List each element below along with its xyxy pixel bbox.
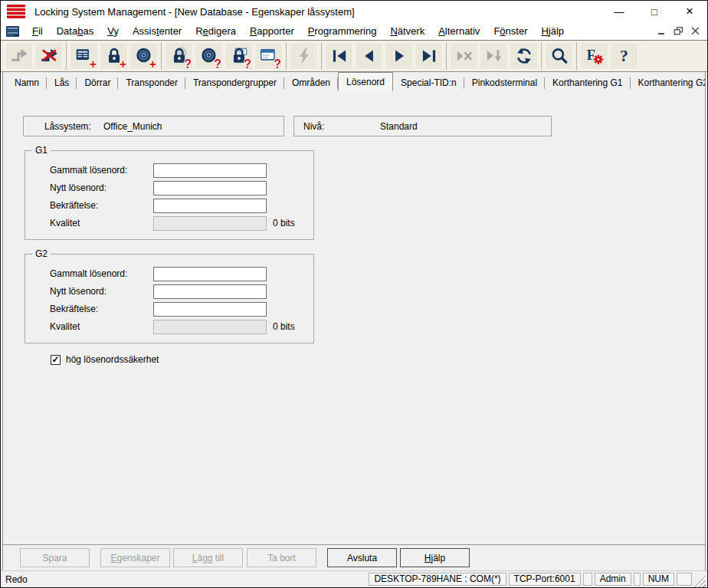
tab-l-s[interactable]: Lås (47, 75, 77, 91)
password-groups: G1Gammalt lösenord:Nytt lösenord:Bekräft… (3, 150, 705, 343)
menu-items: FilDatabasVyAssistenterRedigeraRapporter… (25, 25, 571, 37)
resize-grip[interactable] (694, 576, 706, 587)
disconnect-button[interactable] (34, 42, 63, 70)
tab-omr-den[interactable]: Områden (284, 75, 338, 91)
read-lock-card-badge: ? (244, 57, 251, 71)
tab-korthantering-g1[interactable]: Korthantering G1 (545, 75, 630, 91)
g1-old-password-row: Gammalt lösenord: (50, 163, 313, 178)
nav-first-icon (329, 46, 349, 66)
tab-l-senord[interactable]: Lösenord (338, 72, 393, 91)
app-window: Locking System Management - [New Databas… (0, 0, 708, 588)
menu-fil[interactable]: Fil (25, 25, 50, 37)
toolbar: +++????F? (1, 41, 707, 72)
new-locking-system-button[interactable]: + (70, 42, 98, 70)
disconnect-icon (39, 46, 59, 66)
toolbar-separator (286, 42, 287, 70)
read-window-button[interactable]: ? (254, 42, 283, 70)
menu-alternativ[interactable]: Alternativ (431, 25, 487, 37)
tab-korthantering-g2[interactable]: Korthantering G2 (631, 75, 706, 91)
status-panel-desktop-789hane-com: DESKTOP-789HANE : COM(*) (369, 573, 506, 586)
g2-confirmation-input[interactable] (153, 302, 267, 317)
menu-redigera[interactable]: Redigera (188, 25, 243, 37)
maximize-button[interactable]: □ (637, 1, 672, 22)
add-transponder-badge: + (149, 57, 156, 71)
lock-system-value: Office_Munich (103, 121, 162, 132)
g2-confirmation-row: Bekräftelse: (50, 301, 313, 317)
tab-d-rrar[interactable]: Dörrar (77, 75, 118, 91)
tab-special-tid-n[interactable]: Special-TID:n (393, 75, 464, 91)
read-lock-card-button[interactable]: ? (225, 42, 253, 70)
add-lock-button[interactable]: + (100, 42, 128, 70)
g1-confirmation-input[interactable] (153, 199, 267, 213)
menu-programmering[interactable]: Programmering (301, 25, 384, 37)
high-security-checkbox[interactable]: ✓ (51, 355, 61, 365)
mdi-minimize-icon[interactable] (657, 27, 667, 35)
mdi-close-icon[interactable] (690, 27, 700, 35)
g2-confirmation-label: Bekräftelse: (50, 304, 153, 314)
menu-rapporter[interactable]: Rapporter (243, 25, 301, 37)
menu-hj-lp[interactable]: Hjälp (534, 25, 571, 37)
high-security-checkbox-row: ✓ hög lösenordssäkerhet (51, 354, 705, 365)
status-panels: DESKTOP-789HANE : COM(*)TCP-Port:6001Adm… (369, 573, 694, 586)
info-row: Låssystem: Office_Munich Nivå: Standard (23, 116, 705, 136)
help-button[interactable]: ? (610, 42, 638, 70)
avsluta-button[interactable]: Avsluta (327, 548, 397, 567)
menu-vy[interactable]: Vy (100, 25, 126, 37)
nav-next-button[interactable] (385, 42, 413, 70)
menu-f-nster[interactable]: Fönster (487, 25, 534, 37)
minimize-button[interactable]: — (601, 1, 637, 22)
status-panel-admin: Admin (595, 573, 631, 586)
nav-first-button[interactable] (325, 42, 353, 70)
read-transponder-button[interactable]: ? (195, 42, 223, 70)
connect-icon (9, 46, 29, 66)
g1-new-password-row: Nytt lösenord: (50, 180, 313, 195)
tab-namn[interactable]: Namn (7, 75, 47, 91)
window-title: Locking System Management - [New Databas… (34, 6, 355, 18)
title-bar: Locking System Management - [New Databas… (1, 1, 707, 22)
toolbar-separator (541, 42, 542, 70)
close-button[interactable]: × (672, 1, 707, 22)
status-panel-empty (634, 573, 641, 586)
status-panel-tcp-port-6001: TCP-Port:6001 (509, 573, 581, 586)
g1-new-password-label: Nytt lösenord: (50, 182, 153, 193)
tab-transpondergrupper[interactable]: Transpondergrupper (185, 75, 284, 91)
search-icon (549, 46, 569, 66)
add-transponder-button[interactable]: + (129, 42, 158, 70)
menu-assistenter[interactable]: Assistenter (126, 25, 188, 37)
read-lock-button[interactable]: ? (165, 42, 193, 70)
help-icon: ? (615, 46, 634, 66)
high-security-checkbox-label: hög lösenordssäkerhet (66, 354, 159, 365)
search-button[interactable] (545, 42, 573, 70)
mdi-client-area: NamnLåsDörrarTransponderTranspondergrupp… (2, 72, 706, 570)
app-logo-icon (7, 5, 27, 18)
nav-next-icon (389, 46, 409, 66)
new-locking-system-badge: + (90, 57, 97, 71)
tab-transponder[interactable]: Transponder (118, 75, 185, 91)
g1-new-password-input[interactable] (153, 181, 267, 195)
footer-button-bar: SparaEgenskaperLägg tillTa bortAvslutaHj… (3, 544, 705, 570)
status-panel-num: NUM (643, 573, 674, 586)
g1-old-password-input[interactable] (153, 163, 267, 178)
menu-n-tverk[interactable]: Nätverk (383, 25, 431, 37)
connect-button (5, 42, 33, 70)
menu-databas[interactable]: Databas (50, 25, 100, 37)
l-gg-till-button: Lägg till (173, 548, 243, 567)
refresh-button[interactable] (510, 42, 538, 70)
level-value: Standard (380, 121, 418, 132)
nav-prev-button[interactable] (355, 42, 383, 70)
ta-bort-button: Ta bort (247, 548, 316, 567)
g1-quality-bits: 0 bits (273, 218, 295, 228)
toolbar-separator (446, 42, 447, 70)
nav-last-button[interactable] (415, 42, 443, 70)
read-lock-badge: ? (184, 57, 192, 71)
status-panel-empty (677, 573, 692, 586)
hj-lp-button[interactable]: Hjälp (400, 548, 470, 567)
groupbox-title-g2: G2 (32, 248, 51, 259)
toolbar-separator (321, 42, 322, 70)
mdi-restore-icon[interactable] (674, 27, 683, 35)
g2-old-password-input[interactable] (153, 267, 267, 281)
tab-pinkodsterminal[interactable]: Pinkodsterminal (464, 75, 545, 91)
g2-new-password-row: Nytt lösenord: (50, 284, 313, 299)
g2-new-password-input[interactable] (153, 284, 267, 299)
filter-button[interactable]: F (580, 42, 608, 70)
